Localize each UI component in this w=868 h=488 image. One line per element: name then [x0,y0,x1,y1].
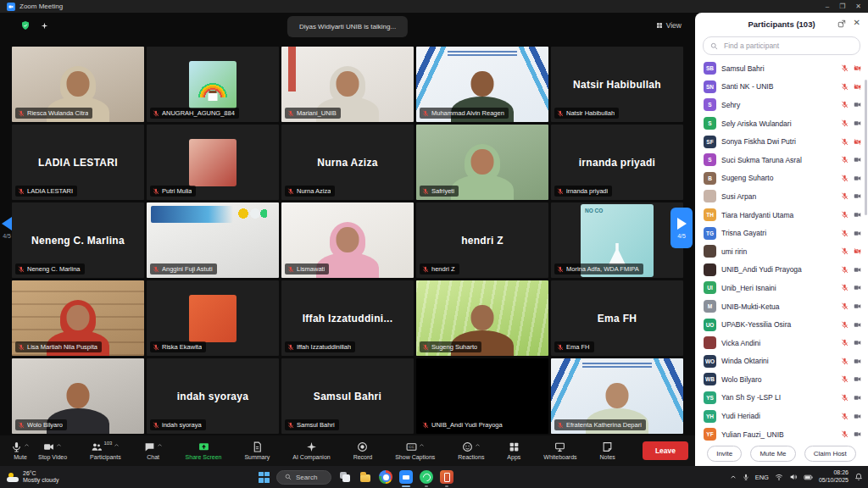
participant-row[interactable]: WB Wolo Bilyaro [704,370,861,389]
clock[interactable]: 08:26 05/10/2025 [819,469,849,485]
toolbar-record-button[interactable]: Record [349,435,377,466]
video-tile[interactable]: ANUGRAH_AGUNG_884 [147,47,279,122]
mic-muted-icon [841,101,849,108]
leave-button[interactable]: Leave [643,441,688,460]
toolbar-show-captions-button[interactable]: Show Captions [391,435,439,466]
maximize-button[interactable]: ❐ [839,3,845,10]
participant-row[interactable]: TG Trisna Gayatri [704,224,861,242]
toolbar-apps-button[interactable]: Apps [503,435,525,466]
phone-link-icon[interactable] [440,470,453,484]
whatsapp-icon[interactable] [420,470,433,484]
meeting-info-icon[interactable] [41,22,48,30]
hidden-icons-chevron[interactable] [730,474,737,480]
toolbar-mute-button[interactable]: Mute [7,435,34,466]
video-tile[interactable]: Riesca Wulanda Citra [12,47,144,122]
participant-row[interactable]: WO Winda Oktarini [704,352,861,371]
participant-row[interactable]: B Sugeng Suharto [704,169,861,188]
participant-avatar: S [704,153,716,166]
close-button[interactable]: ✕ [855,3,861,10]
invite-button[interactable]: Invite [707,446,742,462]
video-tile[interactable]: Iffah Izzatuddini... Iffah Izzatuddinill… [281,280,414,356]
wifi-icon[interactable] [775,473,783,481]
video-tile[interactable]: Samsul Bahri Samsul Bahri [281,358,414,434]
participant-row[interactable]: TH Tiara Hardyanti Utama [704,206,861,225]
language-indicator[interactable]: ENG [755,474,769,481]
participant-row[interactable]: S Suci Sukma Taruna Asral [704,151,861,169]
minimize-button[interactable]: – [826,3,829,10]
participant-row[interactable]: SF Sonya Fiskha Dwi Putri [704,132,861,151]
mute-me-button[interactable]: Mute Me [750,446,795,462]
participant-row[interactable]: Vicka Andini [704,334,861,352]
video-tile[interactable]: Morina Adfa, WDA FMIPA [551,202,683,278]
chrome-icon[interactable] [379,470,392,484]
tray-mic-icon[interactable] [743,474,749,480]
scrollbar[interactable] [865,80,867,215]
toolbar-chat-button[interactable]: Chat [140,435,167,466]
video-tile[interactable]: Nurna Aziza Nurna Aziza [281,125,414,200]
volume-icon[interactable] [789,473,798,481]
popout-panel-icon[interactable] [837,19,846,28]
zoom-icon[interactable] [399,470,413,484]
video-tile[interactable]: Lismawati [281,202,414,278]
video-tile[interactable]: Ema FH Ema FH [551,280,683,356]
participant-row[interactable]: YH Yudi Heriadi [704,407,861,425]
active-speaker-banner: Diyas Widiyarti UNIB is talking... [287,16,408,37]
participant-row[interactable]: M UNIB-Mukti-Ketua [704,297,861,316]
video-tile[interactable]: Muhammad Alvin Reagen [416,47,548,122]
weather-widget[interactable]: 26°C Mostly cloudy [0,470,58,485]
claim-host-button[interactable]: Claim Host [804,446,856,462]
toolbar-reactions-button[interactable]: Reactions [453,435,488,466]
video-tile[interactable]: Riska Ekawita [147,280,279,356]
toolbar-participants-button[interactable]: 103 Participants [86,435,125,466]
task-view-icon[interactable] [338,470,352,484]
participant-row[interactable]: SB Samsul Bahri [704,59,861,78]
participant-row[interactable]: SN Santi NK - UNIB [704,78,861,97]
video-tile[interactable]: Safriyeti [416,125,548,200]
muted-mic-icon [422,266,429,273]
windows-start-icon[interactable] [259,472,270,483]
participant-row[interactable]: S Sely Ariska Wulandari [704,114,861,133]
cloud-icon [7,473,19,482]
video-tile[interactable]: Wolo Bilyaro [12,358,144,434]
video-tile[interactable]: Putri Mulia [147,125,279,200]
toolbar-ai-companion-button[interactable]: AI Companion [288,435,334,466]
battery-icon[interactable] [804,473,813,482]
toolbar-summary-button[interactable]: Summary [240,435,274,466]
video-tile[interactable]: Lisa Martiah Nila Puspita [12,280,144,356]
close-panel-icon[interactable]: ✕ [854,18,860,27]
video-tile[interactable]: indah syoraya indah syoraya [147,358,279,434]
video-tile[interactable]: Natsir Habibullah Natsir Habibullah [551,47,683,122]
encryption-shield-icon[interactable] [20,20,31,30]
video-tile[interactable]: Mariani_UNIB [281,47,414,122]
toolbar-notes-button[interactable]: Notes [596,435,620,466]
search-input[interactable] [722,41,853,51]
participant-row[interactable]: UI Unib_Heri Isnaini [704,279,861,297]
participant-row[interactable]: UNIB_Andi Yudi Prayoga [704,261,861,280]
participant-row[interactable]: Susi Arpan [704,187,861,206]
view-button[interactable]: View [651,20,687,30]
tile-name-label-text: Samsul Bahri [297,421,335,429]
participant-row[interactable]: YF Yulian Fauzi_ UNIB [704,425,861,441]
participant-row[interactable]: UO UPABK-Yessilia Osira [704,315,861,334]
notifications-bell-icon[interactable] [854,473,863,481]
video-tile[interactable]: Sugeng Suharto [416,280,548,356]
toolbar-share-screen-button[interactable]: Share Screen [181,435,226,466]
video-tile[interactable]: Neneng C. Marlina Neneng C. Marlina [12,202,144,278]
previous-page-arrow[interactable]: 4/5 [2,217,12,239]
toolbar-whiteboards-button[interactable]: Whiteboards [539,435,581,466]
participant-row[interactable]: umi ririn [704,242,861,261]
participant-row[interactable]: YS Yan Sh Sy -LSP LI [704,389,861,408]
video-tile[interactable]: LADIA LESTARI LADIA LESTARI [12,125,144,200]
video-tile[interactable]: irnanda priyadi irnanda priyadi [551,125,683,200]
taskbar-search[interactable]: Search [276,470,331,485]
video-tile[interactable]: Anggini Fuji Astuti [147,202,279,278]
video-tile[interactable]: Efratenta Katherina Depari [551,358,683,434]
file-explorer-icon[interactable] [359,470,372,484]
toolbar-stop-video-button[interactable]: Stop Video [34,435,71,466]
video-tile[interactable]: UNIB_Andi Yudi Prayoga [416,358,548,434]
tile-name-label: indah syoraya [150,419,206,430]
next-page-arrow[interactable]: 4/5 [670,208,693,248]
video-tile[interactable]: hendri Z hendri Z [416,202,548,278]
participant-row[interactable]: S Sehry [704,96,861,114]
participant-search[interactable] [703,36,860,55]
